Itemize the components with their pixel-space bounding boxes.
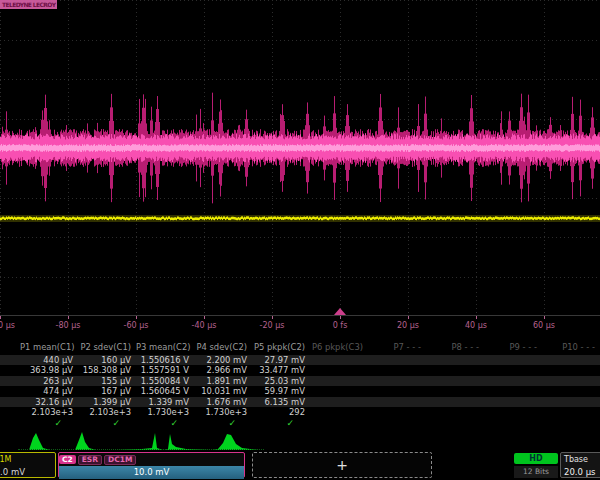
param-value: 1.730e+3: [136, 407, 194, 417]
brand-badge: TELEDYNE LECROY: [0, 0, 57, 9]
param-value: 2.966 mV: [194, 365, 252, 375]
axis-label: -20 µs: [260, 321, 285, 330]
table-row: 440 µV160 µV1.550616 V2.200 mV27.97 mV: [0, 355, 600, 365]
timebase-value: 20.0 µs: [561, 466, 600, 479]
param-value: 1.557591 V: [136, 365, 194, 375]
param-header[interactable]: P5 pkpk(C2): [252, 342, 310, 352]
param-header[interactable]: P7 - - -: [368, 342, 426, 352]
axis-tick: [476, 316, 477, 319]
table-row: 263 µV155 µV1.550084 V1.891 mV25.03 mV: [0, 376, 600, 386]
descriptor-row: C1 DC1M 10.0 mV C2 ESR DC1M 10.0 mV + HD…: [0, 452, 600, 480]
param-header[interactable]: P10 - - -: [542, 342, 600, 352]
param-header[interactable]: P9 - - -: [484, 342, 542, 352]
histicon-1: [20, 431, 68, 451]
status-check-icon: ✓: [20, 418, 78, 428]
status-check-icon: ✓: [136, 418, 194, 428]
hd-mode-badge[interactable]: HD: [514, 453, 558, 464]
axis-label: 0 fs: [333, 321, 348, 330]
histicon-row: [0, 431, 600, 451]
param-header[interactable]: P3 mean(C2): [136, 342, 194, 352]
axis-tick: [272, 316, 273, 319]
axis-label: 20 µs: [397, 321, 419, 330]
table-row: 2.103e+32.103e+31.730e+31.730e+3292: [0, 407, 600, 417]
axis-label: 60 µs: [533, 321, 555, 330]
timebase-label: Tbase: [561, 453, 600, 466]
c1-coupling-line: C1 DC1M: [0, 453, 55, 466]
table-row: 32.16 µV1.399 µV1.339 mV1.676 mV6.135 mV: [0, 397, 600, 407]
channel-c1-descriptor[interactable]: C1 DC1M 10.0 mV: [0, 452, 56, 478]
c1-coupling-label: DC1M: [0, 453, 11, 466]
axis-tick: [340, 316, 341, 319]
timebase-descriptor[interactable]: Tbase 20.0 µs: [560, 452, 600, 478]
param-value: 10.031 mV: [194, 386, 252, 396]
axis-label: -60 µs: [124, 321, 149, 330]
measurement-table: P1 mean(C1)P2 sdev(C1)P3 mean(C2)P4 sdev…: [0, 342, 600, 432]
table-row: 363.98 µV158.308 µV1.557591 V2.966 mV33.…: [0, 365, 600, 375]
histicon-baseline: [18, 449, 264, 451]
param-header[interactable]: P8 - - -: [426, 342, 484, 352]
param-value: 158.308 µV: [78, 365, 136, 375]
axis-tick: [408, 316, 409, 319]
histicon-2: [68, 431, 116, 451]
param-value: 2.200 mV: [194, 355, 252, 365]
param-value: 27.97 mV: [252, 355, 310, 365]
histicon-3: [116, 431, 164, 451]
plus-icon: +: [253, 453, 431, 477]
hd-bits-label: 12 Bits: [514, 466, 558, 478]
table-row: P1 mean(C1)P2 sdev(C1)P3 mean(C2)P4 sdev…: [0, 342, 600, 352]
channel-c2-descriptor[interactable]: C2 ESR DC1M 10.0 mV: [58, 452, 245, 478]
param-value: 1.730e+3: [194, 407, 252, 417]
axis-label: 40 µs: [465, 321, 487, 330]
axis-tick: [0, 316, 1, 319]
axis-tick: [544, 316, 545, 319]
c2-scale-value: 10.0 mV: [59, 466, 244, 479]
c1-scale-value: 10.0 mV: [0, 466, 55, 479]
param-header[interactable]: P1 mean(C1): [20, 342, 78, 352]
param-value: 2.103e+3: [20, 407, 78, 417]
param-value: 1.399 µV: [78, 397, 136, 407]
axis-tick: [204, 316, 205, 319]
param-value: 59.97 mV: [252, 386, 310, 396]
param-value: 32.16 µV: [20, 397, 78, 407]
param-value: 25.03 mV: [252, 376, 310, 386]
axis-label: -80 µs: [56, 321, 81, 330]
status-check-icon: ✓: [78, 418, 136, 428]
waveform-grid[interactable]: [0, 0, 600, 316]
c2-coupling-chip: DC1M: [104, 455, 136, 465]
histicon-4: [164, 431, 212, 451]
table-row: ✓✓✓✓✓: [0, 418, 600, 428]
param-value: 1.560645 V: [136, 386, 194, 396]
axis-label: -40 µs: [192, 321, 217, 330]
param-value: 1.550616 V: [136, 355, 194, 365]
param-value: 33.477 mV: [252, 365, 310, 375]
param-value: 155 µV: [78, 376, 136, 386]
time-axis: -100 µs-80 µs-60 µs-40 µs-20 µs0 fs20 µs…: [0, 316, 600, 336]
histicon-5: [212, 431, 260, 451]
oscilloscope-screen: { "brand_badge": { "text": "TELEDYNE LEC…: [0, 0, 600, 480]
param-header[interactable]: P4 sdev(C2): [194, 342, 252, 352]
param-value: 2.103e+3: [78, 407, 136, 417]
param-value: 474 µV: [20, 386, 78, 396]
param-value: 440 µV: [20, 355, 78, 365]
axis-tick: [68, 316, 69, 319]
param-value: 1.339 mV: [136, 397, 194, 407]
status-check-icon: ✓: [194, 418, 252, 428]
c2-coupling-line: C2 ESR DC1M: [59, 453, 244, 466]
param-header[interactable]: P2 sdev(C1): [78, 342, 136, 352]
axis-label: -100 µs: [0, 321, 15, 330]
add-trace-button[interactable]: +: [252, 452, 432, 478]
param-value: 363.98 µV: [20, 365, 78, 375]
param-value: 263 µV: [20, 376, 78, 386]
c2-badge: C2: [59, 455, 76, 464]
status-check-icon: ✓: [252, 418, 310, 428]
param-value: 160 µV: [78, 355, 136, 365]
param-value: 292: [252, 407, 310, 417]
axis-tick: [136, 316, 137, 319]
table-row: 474 µV167 µV1.560645 V10.031 mV59.97 mV: [0, 386, 600, 396]
param-header[interactable]: P6 pkpk(C3): [310, 342, 368, 352]
param-value: 1.676 mV: [194, 397, 252, 407]
param-value: 1.550084 V: [136, 376, 194, 386]
c2-eres-chip: ESR: [78, 455, 102, 465]
param-value: 1.891 mV: [194, 376, 252, 386]
param-value: 6.135 mV: [252, 397, 310, 407]
